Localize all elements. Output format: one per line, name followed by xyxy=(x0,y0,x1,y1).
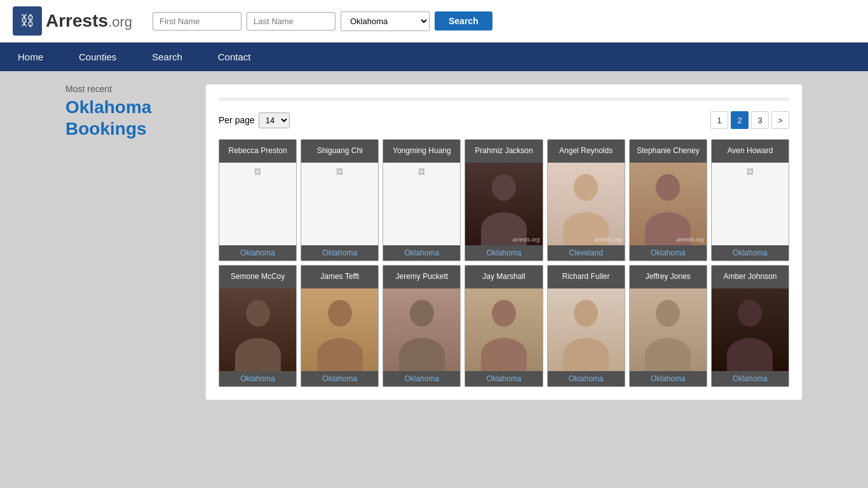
mugshot-name: Jay Marshall xyxy=(465,266,542,288)
mugshot-photo: 🖼 xyxy=(383,163,460,245)
mugshot-photo xyxy=(548,288,625,371)
mugshot-location: Oklahoma xyxy=(465,245,542,261)
nav-search[interactable]: Search xyxy=(134,43,200,71)
content-area: Per page 7142128 1 2 3 > Rebecca Preston… xyxy=(205,84,803,400)
mugshot-card[interactable]: Jay MarshallOklahoma xyxy=(465,265,543,387)
mugshot-location: Cleveland xyxy=(548,245,625,261)
mugshot-name: Amber Johnson xyxy=(712,266,789,288)
mugshot-name: Stephanie Cheney xyxy=(630,140,707,163)
mugshot-name: James Tefft xyxy=(301,266,378,288)
mugshot-location: Oklahoma xyxy=(712,371,789,386)
mugshot-location: Oklahoma xyxy=(548,371,625,386)
nav-contact[interactable]: Contact xyxy=(200,43,269,71)
mugshot-card[interactable]: James TefftOklahoma xyxy=(301,265,379,387)
mugshot-location: Oklahoma xyxy=(465,371,542,386)
mugshot-card[interactable]: Amber JohnsonOklahoma xyxy=(711,265,789,387)
mugshot-location: Oklahoma xyxy=(219,245,296,261)
watermark-text: arrests.org xyxy=(677,236,704,243)
page-next[interactable]: > xyxy=(771,111,789,129)
mugshots-grid: Rebecca Preston🖼OklahomaShiguang Chi🖼Okl… xyxy=(219,139,789,387)
logo-icon: ⛓ xyxy=(13,6,42,36)
mugshot-name: Yongming Huang xyxy=(383,140,460,163)
per-page-label: Per page xyxy=(219,115,255,125)
mugshot-location: Oklahoma xyxy=(712,245,789,261)
mugshot-location: Oklahoma xyxy=(383,371,460,386)
mugshot-photo xyxy=(712,288,789,371)
mugshot-photo xyxy=(301,288,378,371)
mugshot-card[interactable]: Prahmiz Jacksonarrests.orgOklahoma xyxy=(465,139,543,261)
mugshot-location: Oklahoma xyxy=(383,245,460,261)
mugshot-card[interactable]: Rebecca Preston🖼Oklahoma xyxy=(219,139,297,261)
mugshot-photo: 🖼 xyxy=(301,163,378,245)
mugshot-card[interactable]: Jeremy PuckettOklahoma xyxy=(383,265,461,387)
nav-counties[interactable]: Counties xyxy=(61,43,134,71)
mugshot-card[interactable]: Shiguang Chi🖼Oklahoma xyxy=(301,139,379,261)
sidebar-title: Oklahoma Bookings xyxy=(65,97,193,139)
sidebar: Most recent Oklahoma Bookings xyxy=(65,84,193,400)
state-select[interactable]: AlabamaAlaskaArizonaArkansasCaliforniaCo… xyxy=(341,11,430,31)
mugshot-name: Semone McCoy xyxy=(219,266,296,288)
controls-row: Per page 7142128 1 2 3 > xyxy=(219,111,789,129)
mugshot-card[interactable]: Yongming Huang🖼Oklahoma xyxy=(383,139,461,261)
mugshot-card[interactable]: Angel Reynoldsarrests.orgCleveland xyxy=(547,139,625,261)
mugshot-card[interactable]: Aven Howard🖼Oklahoma xyxy=(711,139,789,261)
pagination: 1 2 3 > xyxy=(710,111,789,129)
mugshot-card[interactable]: Stephanie Cheneyarrests.orgOklahoma xyxy=(629,139,707,261)
mugshot-photo xyxy=(383,288,460,371)
mugshot-name: Prahmiz Jackson xyxy=(465,140,542,163)
mugshot-name: Jeffrey Jones xyxy=(630,266,707,288)
mugshot-name: Jeremy Puckett xyxy=(383,266,460,288)
page-2[interactable]: 2 xyxy=(731,111,749,129)
mugshot-name: Richard Fuller xyxy=(548,266,625,288)
main-content: Most recent Oklahoma Bookings Per page 7… xyxy=(53,71,815,413)
mugshot-name: Angel Reynolds xyxy=(548,140,625,163)
mugshot-photo xyxy=(219,288,296,371)
mugshot-location: Oklahoma xyxy=(630,371,707,386)
logo-link[interactable]: ⛓ Arrests.org xyxy=(13,6,132,36)
page-3[interactable]: 3 xyxy=(751,111,769,129)
mugshot-photo: arrests.org xyxy=(630,163,707,245)
mugshot-card[interactable]: Jeffrey JonesOklahoma xyxy=(629,265,707,387)
logo-text: Arrests.org xyxy=(46,11,132,31)
page-1[interactable]: 1 xyxy=(710,111,728,129)
mugshot-location: Oklahoma xyxy=(630,245,707,261)
advert-area xyxy=(219,97,789,101)
mugshot-card[interactable]: Semone McCoyOklahoma xyxy=(219,265,297,387)
sidebar-subtitle: Most recent xyxy=(65,84,193,94)
mugshot-location: Oklahoma xyxy=(301,371,378,386)
mugshot-photo xyxy=(630,288,707,371)
watermark-text: arrests.org xyxy=(513,236,540,243)
mugshot-name: Rebecca Preston xyxy=(219,140,296,163)
per-page-control: Per page 7142128 xyxy=(219,112,290,128)
nav-home[interactable]: Home xyxy=(0,43,61,71)
mugshot-photo: 🖼 xyxy=(219,163,296,245)
mugshot-name: Aven Howard xyxy=(712,140,789,163)
content-layout: Most recent Oklahoma Bookings Per page 7… xyxy=(65,84,803,400)
mugshot-card[interactable]: Richard FullerOklahoma xyxy=(547,265,625,387)
last-name-input[interactable] xyxy=(247,12,336,30)
watermark-text: arrests.org xyxy=(595,236,622,243)
header-search-button[interactable]: Search xyxy=(435,11,492,30)
mugshot-photo xyxy=(465,288,542,371)
mugshot-name: Shiguang Chi xyxy=(301,140,378,163)
header-search-form: AlabamaAlaskaArizonaArkansasCaliforniaCo… xyxy=(153,11,492,31)
page-header: ⛓ Arrests.org AlabamaAlaskaArizonaArkans… xyxy=(0,0,868,43)
mugshot-photo: arrests.org xyxy=(548,163,625,245)
mugshot-location: Oklahoma xyxy=(219,371,296,386)
per-page-select[interactable]: 7142128 xyxy=(259,112,290,128)
mugshot-photo: arrests.org xyxy=(465,163,542,245)
mugshot-photo: 🖼 xyxy=(712,163,789,245)
mugshot-location: Oklahoma xyxy=(301,245,378,261)
first-name-input[interactable] xyxy=(153,12,241,30)
main-nav: Home Counties Search Contact xyxy=(0,43,868,71)
